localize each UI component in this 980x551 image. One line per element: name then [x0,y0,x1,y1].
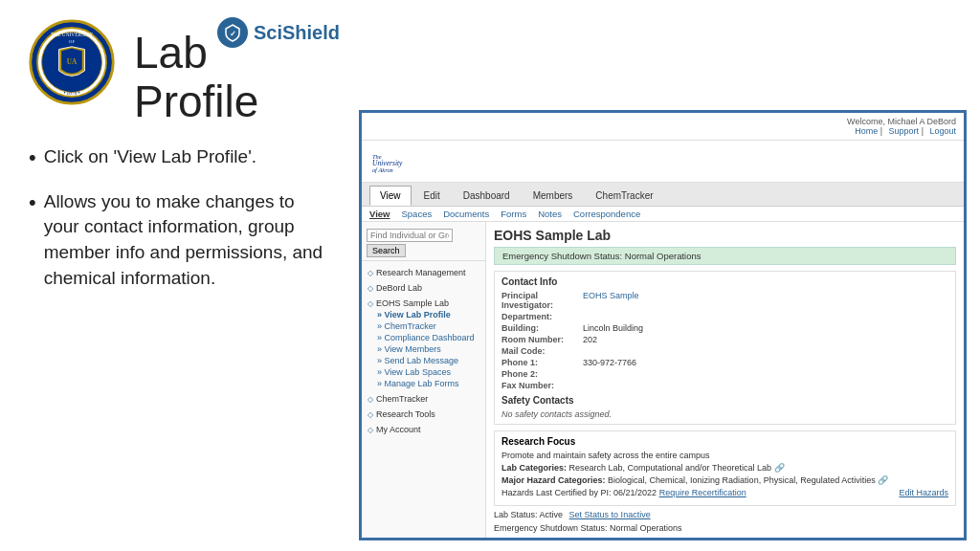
categories-row: Lab Categories: Research Lab, Computatio… [501,463,948,473]
lab-title: EOHS Sample Lab [494,228,956,243]
contact-info-box: Contact Info Principal Investigator: EOH… [494,271,956,425]
browser-header: The University of Akron [362,141,964,183]
categories-label: Lab Categories: [501,463,567,473]
emergency-label: Emergency Shutdown Status: [494,523,608,533]
home-link[interactable]: Home [855,126,878,136]
main-nav-tabs: View Edit Dashboard Members ChemTracker [362,183,964,207]
subnav-forms[interactable]: Forms [501,209,526,219]
promote-row: Promote and maintain safety across the e… [501,451,948,460]
left-panel: THE UNIVERSITY OF UA • 1870 • Lab Profil… [0,0,354,551]
welcome-text: Welcome, Michael A DeBord [847,117,956,126]
svg-text:UA: UA [67,58,78,66]
emergency-status-banner: Emergency Shutdown Status: Normal Operat… [494,247,956,265]
browser-content: Search Research Management DeBord Lab EO… [362,222,964,538]
subnav-correspondence[interactable]: Correspondence [573,209,640,219]
phone1-row: Phone 1: 330-972-7766 [501,358,948,367]
sidebar-header-research-tools[interactable]: Research Tools [368,408,479,420]
tab-members[interactable]: Members [523,186,584,206]
subnav-notes[interactable]: Notes [538,209,562,219]
sidebar-section-chemtracker: ChemTracker [362,391,485,407]
sidebar-item-manage-forms[interactable]: Manage Lab Forms [368,378,479,389]
browser-sidebar: Search Research Management DeBord Lab EO… [362,222,486,538]
dept-label: Department: [501,312,583,321]
sidebar-header-chemtracker[interactable]: ChemTracker [368,393,479,405]
building-row: Building: Lincoln Building [501,323,948,333]
sub-nav: View Spaces Documents Forms Notes Corres… [362,207,964,222]
room-label: Room Number: [501,335,583,344]
subnav-view[interactable]: View [369,209,390,219]
browser-screenshot: Welcome, Michael A DeBord Home | Support… [359,110,967,540]
certified-date: 06/21/2022 [613,488,657,497]
sidebar-item-chemtracker[interactable]: ChemTracker [368,320,479,332]
hazards-value: Biological, Chemical, Ionizing Radiation… [608,475,876,485]
scishield-icon: ✓ [217,17,248,48]
tab-chemtracker[interactable]: ChemTracker [585,186,663,206]
support-link[interactable]: Support [889,126,920,136]
mail-label: Mail Code: [501,346,583,356]
svg-text:• 1870 •: • 1870 • [63,90,79,96]
tab-dashboard[interactable]: Dashboard [453,186,521,206]
lab-status-label: Lab Status: [494,510,538,519]
subnav-documents[interactable]: Documents [443,209,489,219]
ua-seal-logo: THE UNIVERSITY OF UA • 1870 • [29,19,115,105]
browser-inner: Welcome, Michael A DeBord Home | Support… [362,113,964,538]
sidebar-item-compliance[interactable]: Compliance Dashboard [368,332,479,343]
tab-view[interactable]: View [369,186,412,206]
pi-link[interactable]: EOHS Sample [583,291,639,300]
phone2-row: Phone 2: [501,369,948,379]
logout-link[interactable]: Logout [929,126,956,136]
recertify-link[interactable]: Require Recertification [659,488,746,497]
bullet-item-1: Click on 'View Lab Profile'. [29,144,325,172]
sidebar-section-eohs: EOHS Sample Lab View Lab Profile ChemTra… [362,296,485,391]
set-inactive-link[interactable]: Set Status to Inactive [569,510,651,519]
mail-row: Mail Code: [501,346,948,356]
pi-label: Principal Investigator: [501,291,583,310]
sidebar-search-button[interactable]: Search [367,244,406,257]
hazards-row: Major Hazard Categories: Biological, Che… [501,475,948,485]
research-title: Research Focus [501,436,948,447]
svg-text:of Akron: of Akron [372,166,393,173]
emergency-value: Normal Operations [610,523,682,533]
sidebar-section-research-mgmt: Research Management [362,265,485,280]
pi-value: EOHS Sample [583,291,639,310]
categories-value: Research Lab, Computational and/or Theor… [569,463,771,473]
fax-label: Fax Number: [501,381,583,390]
contact-info-title: Contact Info [501,276,948,287]
safety-contacts-title: Safety Contacts [501,395,948,406]
sidebar-item-members[interactable]: View Members [368,343,479,355]
phone2-label: Phone 2: [501,369,583,379]
sidebar-section-debord: DeBord Lab [362,280,485,296]
sidebar-item-view-lab-profile[interactable]: View Lab Profile [368,309,479,320]
browser-main: EOHS Sample Lab Emergency Shutdown Statu… [486,222,964,538]
dept-row: Department: [501,312,948,321]
fax-row: Fax Number: [501,381,948,390]
pi-row: Principal Investigator: EOHS Sample [501,291,948,310]
research-focus-box: Research Focus Promote and maintain safe… [494,430,956,506]
phone1-label: Phone 1: [501,358,583,367]
subnav-spaces[interactable]: Spaces [401,209,432,219]
tab-edit[interactable]: Edit [413,186,451,206]
bullet-list: Click on 'View Lab Profile'. Allows you … [29,144,325,291]
sidebar-header-research[interactable]: Research Management [368,267,479,278]
certified-label: Hazards Last Certified by PI: [501,488,612,497]
scishield-name: SciShield [254,22,340,44]
sidebar-section-research-tools: Research Tools [362,407,485,422]
categories-icon: 🔗 [774,463,785,473]
sidebar-item-lab-spaces[interactable]: View Lab Spaces [368,366,479,378]
certified-row: Hazards Last Certified by PI: 06/21/2022… [501,488,948,497]
svg-text:✓: ✓ [229,30,235,38]
sidebar-item-send-message[interactable]: Send Lab Message [368,355,479,366]
edit-hazards-link[interactable]: Edit Hazards [899,488,948,497]
sidebar-header-eohs[interactable]: EOHS Sample Lab [368,298,479,309]
lab-status-value: Active [540,510,564,519]
sidebar-header-my-account[interactable]: My Account [368,424,479,435]
phone1-value: 330-972-7766 [583,358,636,367]
sidebar-section-my-account: My Account [362,422,485,437]
emergency-shutdown-row: Emergency Shutdown Status: Normal Operat… [494,523,956,533]
ua-header-logo: The University of Akron [369,144,436,178]
svg-text:THE UNIVERSITY: THE UNIVERSITY [51,32,93,37]
sidebar-search-input[interactable] [367,229,453,242]
sidebar-header-debord[interactable]: DeBord Lab [368,282,479,294]
hazards-icon: 🔗 [878,475,888,485]
room-row: Room Number: 202 [501,335,948,344]
